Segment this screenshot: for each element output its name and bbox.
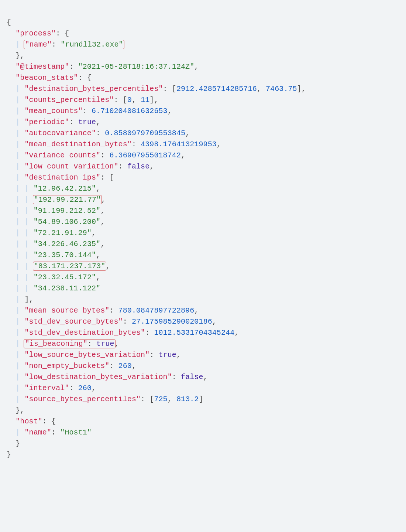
- json-number: 1012.5331704345244: [154, 328, 234, 337]
- json-number: 0.8580979709553845: [105, 129, 185, 137]
- json-key: "source_bytes_percentiles": [24, 395, 141, 403]
- highlight-ip: "192.99.221.77": [33, 195, 102, 204]
- json-number: 260: [118, 362, 132, 370]
- json-key: "counts_percentiles": [24, 96, 114, 104]
- json-string: "72.21.91.29": [34, 229, 92, 237]
- json-string: "23.32.45.172": [34, 273, 96, 282]
- json-key: "autocovariance": [24, 129, 96, 137]
- json-number: 780.0847897722896: [118, 306, 195, 315]
- json-key: "low_count_variation": [24, 162, 118, 171]
- json-bool: true: [96, 340, 114, 348]
- json-number: 6.710204081632653: [92, 107, 168, 115]
- json-string: "192.99.221.77": [34, 195, 101, 204]
- json-string: "23.35.70.144": [34, 251, 96, 259]
- highlight-is-beaconing: "is_beaconing": true: [24, 339, 115, 348]
- json-string: "12.96.42.215": [34, 184, 96, 193]
- brace-close: }: [7, 450, 11, 459]
- json-number: 2912.4285714285716: [176, 85, 257, 93]
- json-key: "beacon_stats": [16, 74, 78, 82]
- json-number: 260: [78, 384, 92, 392]
- json-key: "non_empty_buckets": [24, 362, 109, 370]
- json-key: "periodic": [24, 118, 69, 126]
- json-bool: false: [181, 373, 203, 381]
- json-number: 27.175985290020186: [132, 317, 212, 326]
- json-number: 7463.75: [266, 85, 297, 93]
- json-key: "std_dev_destination_bytes": [24, 328, 145, 337]
- json-key: "mean_counts": [24, 107, 82, 115]
- json-string: "34.226.46.235": [34, 240, 101, 248]
- json-code-block: { "process": { | "name": "rundll32.exe" …: [0, 0, 406, 467]
- json-bool: true: [159, 351, 176, 359]
- json-key: "host": [16, 417, 42, 426]
- json-key: "is_beaconing": [25, 340, 87, 348]
- json-string: "rundll32.exe": [61, 40, 123, 49]
- json-string: "54.89.106.200": [34, 218, 101, 226]
- json-key: "low_source_bytes_variation": [24, 351, 149, 359]
- json-key: "destination_bytes_percentiles": [24, 85, 163, 93]
- json-key: "std_dev_source_bytes": [24, 317, 123, 326]
- json-number: 725: [154, 395, 167, 403]
- json-string: "91.199.212.52": [34, 207, 101, 215]
- brace-open: {: [7, 18, 11, 27]
- json-key: "mean_source_bytes": [24, 306, 109, 315]
- json-string: "Host1": [60, 428, 92, 437]
- json-key: "process": [16, 29, 56, 38]
- json-string: "34.238.11.122": [34, 284, 101, 293]
- json-key: "mean_destination_bytes": [24, 140, 131, 149]
- json-number: 6.36907955018742: [109, 151, 181, 160]
- json-string: "2021-05-28T18:16:37.124Z": [78, 62, 195, 71]
- json-number: 4398.176413219953: [141, 140, 217, 149]
- json-key: "name": [24, 428, 51, 437]
- json-string: "83.171.237.173": [34, 262, 106, 270]
- json-key: "destination_ips": [24, 173, 100, 182]
- json-bool: true: [78, 118, 96, 126]
- json-key: "variance_counts": [24, 151, 100, 160]
- highlight-ip: "83.171.237.173": [33, 262, 107, 271]
- json-key: "low_destination_bytes_variation": [24, 373, 172, 381]
- json-key: "name": [25, 40, 52, 49]
- json-number: 813.2: [176, 395, 199, 403]
- json-number: 0: [127, 96, 132, 104]
- json-key: "interval": [24, 384, 69, 392]
- json-key: "@timestamp": [16, 62, 69, 71]
- highlight-process-name: "name": "rundll32.exe": [24, 40, 124, 49]
- json-bool: false: [127, 162, 150, 171]
- json-number: 11: [141, 96, 149, 104]
